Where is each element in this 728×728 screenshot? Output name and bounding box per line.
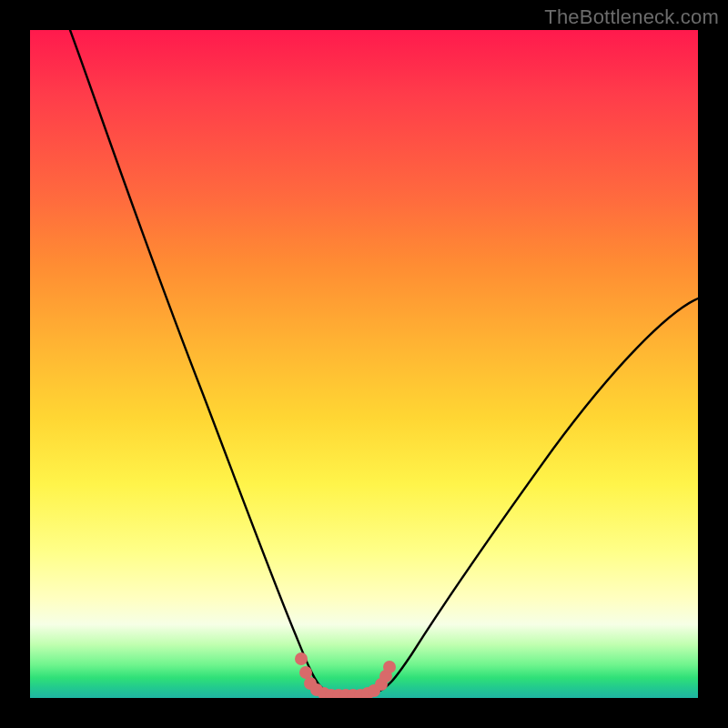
watermark-text: TheBottleneck.com — [544, 5, 719, 29]
chart-svg — [30, 30, 698, 698]
bottleneck-curve — [70, 30, 698, 695]
svg-point-0 — [295, 652, 308, 665]
svg-point-14 — [383, 661, 396, 673]
svg-point-1 — [299, 666, 312, 679]
plot-area — [30, 30, 698, 698]
chart-frame: TheBottleneck.com — [0, 0, 728, 728]
